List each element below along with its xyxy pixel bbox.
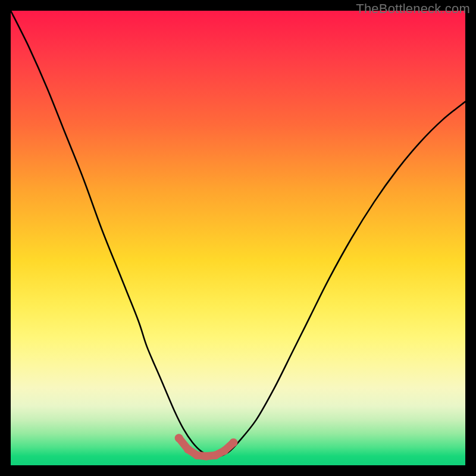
trough-dot <box>184 445 192 453</box>
watermark-text: TheBottleneck.com <box>356 1 470 17</box>
trough-dots <box>175 434 238 461</box>
trough-dot <box>193 451 201 459</box>
chart-frame: TheBottleneck.com <box>0 0 476 476</box>
trough-dot <box>211 451 220 459</box>
plot-area <box>11 11 465 465</box>
trough-dot <box>202 452 211 461</box>
trough-dot <box>175 434 183 442</box>
curve-layer <box>11 11 465 465</box>
bottleneck-curve <box>11 11 465 457</box>
trough-dot <box>220 447 228 455</box>
trough-dot <box>229 439 237 447</box>
